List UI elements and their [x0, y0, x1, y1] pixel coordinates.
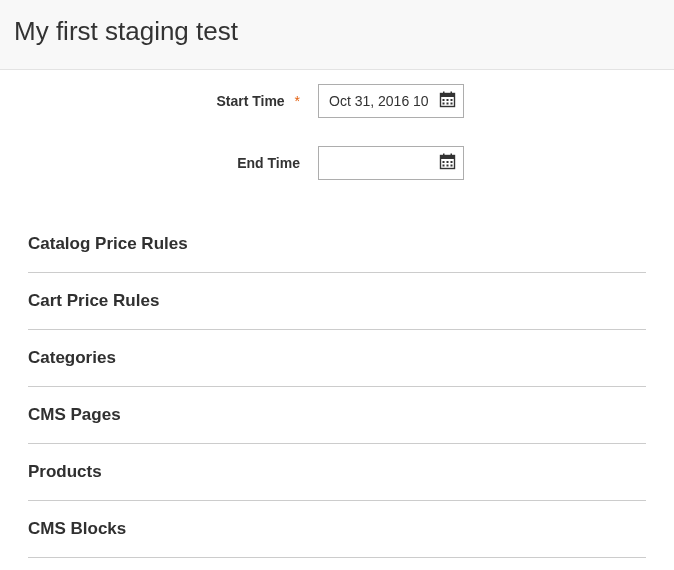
- end-time-label: End Time: [28, 155, 318, 171]
- start-time-label: Start Time *: [28, 93, 318, 109]
- header-bar: My first staging test: [0, 0, 674, 70]
- section-products[interactable]: Products: [28, 444, 646, 501]
- start-time-row: Start Time *: [28, 84, 646, 118]
- end-time-row: End Time: [28, 146, 646, 180]
- end-time-input-wrap: [318, 146, 464, 180]
- section-title: CMS Blocks: [28, 519, 126, 538]
- start-time-input-wrap: [318, 84, 464, 118]
- section-cart-price-rules[interactable]: Cart Price Rules: [28, 273, 646, 330]
- section-cms-pages[interactable]: CMS Pages: [28, 387, 646, 444]
- start-time-input[interactable]: [318, 84, 464, 118]
- required-indicator: *: [295, 93, 300, 109]
- sections-list: Catalog Price Rules Cart Price Rules Cat…: [0, 208, 674, 558]
- section-catalog-price-rules[interactable]: Catalog Price Rules: [28, 234, 646, 273]
- section-cms-blocks[interactable]: CMS Blocks: [28, 501, 646, 558]
- section-title: Products: [28, 462, 102, 481]
- start-time-label-text: Start Time: [216, 93, 284, 109]
- section-title: Catalog Price Rules: [28, 234, 188, 253]
- section-categories[interactable]: Categories: [28, 330, 646, 387]
- form-wrap: Start Time *: [0, 70, 674, 180]
- section-title: CMS Pages: [28, 405, 121, 424]
- section-title: Cart Price Rules: [28, 291, 159, 310]
- end-time-input[interactable]: [318, 146, 464, 180]
- page-title: My first staging test: [14, 16, 660, 47]
- end-time-label-text: End Time: [237, 155, 300, 171]
- section-title: Categories: [28, 348, 116, 367]
